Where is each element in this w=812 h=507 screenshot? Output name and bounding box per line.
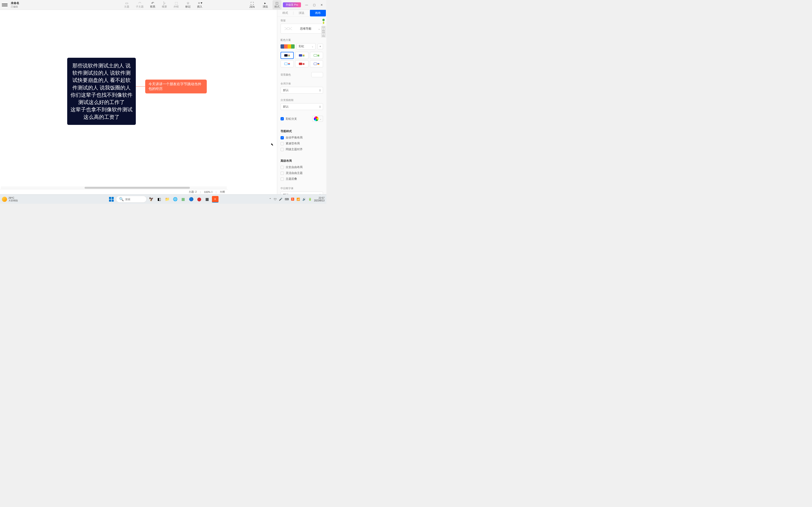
structure-selector[interactable]: 思维导图 ⌄: [281, 24, 323, 34]
preset-2[interactable]: [295, 52, 308, 59]
canvas-status-bar: 主题: 2 | 100% ▴▾ | 大纲: [0, 189, 228, 194]
subtopic-button[interactable]: ◠子主题: [133, 1, 147, 9]
svg-rect-0: [287, 28, 290, 30]
tray-app-icon[interactable]: 🛡: [274, 198, 276, 201]
wifi-icon[interactable]: 📶: [297, 198, 300, 201]
xmind-taskbar-icon[interactable]: X: [212, 196, 218, 203]
boundary-button[interactable]: ⬚外框: [170, 1, 182, 9]
chevron-down-icon: ⌄: [319, 118, 321, 120]
zoom-control[interactable]: 100% ▴▾: [204, 190, 212, 193]
task-app-2[interactable]: ◧: [156, 196, 163, 203]
rainbow-branch-section: ✓ 彩虹分支 ⌄: [277, 112, 326, 125]
tab-canvas[interactable]: 画布: [310, 10, 326, 16]
insert-button[interactable]: ＋▾插入: [194, 1, 206, 9]
topic-button[interactable]: ▭主题: [121, 1, 133, 9]
outline-toggle[interactable]: 大纲: [220, 190, 225, 194]
main-topic-node[interactable]: 那些说软件测试土的人 说软件测试拉的人 说软件测试快要崩盘的人 看不起软件测试的…: [67, 58, 136, 125]
zoom-stepper[interactable]: ▴▾: [211, 190, 212, 193]
compact-label: 紧凑型布局: [286, 142, 300, 146]
global-font-label: 全局字体: [281, 82, 323, 86]
branch-free-label: 分支自由布局: [286, 165, 303, 169]
taskbar-search[interactable]: 🔍: [116, 196, 147, 203]
branch-free-checkbox[interactable]: [281, 166, 284, 169]
svg-line-3: [290, 27, 292, 29]
record-icon[interactable]: ⬤: [196, 196, 203, 203]
weather-widget[interactable]: 29°C 大部晴朗: [2, 196, 18, 202]
cjk-font-selector[interactable]: 默认▴▾: [281, 191, 323, 194]
tray-chevron-icon[interactable]: ⌃: [269, 198, 271, 201]
preset-5[interactable]: [295, 60, 308, 67]
summary-icon: }◦: [163, 1, 166, 5]
play-icon: ▸: [264, 1, 266, 5]
present-button[interactable]: ▸演说: [259, 1, 271, 9]
topic-overlap-checkbox[interactable]: [281, 177, 284, 181]
summary-button[interactable]: }◦概要: [159, 1, 170, 9]
stepper-icon: ▴▾: [319, 105, 320, 108]
status-dot-green: [322, 19, 325, 21]
rainbow-branch-checkbox[interactable]: ✓: [281, 117, 284, 120]
svg-line-4: [290, 29, 292, 30]
scroll-thumb[interactable]: [85, 187, 190, 189]
maximize-button[interactable]: ▢: [312, 3, 316, 7]
global-font-selector[interactable]: 默认▴▾: [281, 87, 323, 94]
same-level-align-checkbox[interactable]: [281, 148, 284, 151]
preset-3[interactable]: [310, 52, 323, 59]
hamburger-menu[interactable]: [2, 2, 7, 8]
structure-section: 骨架 思维导图 ⌄: [277, 16, 326, 36]
flexible-free-checkbox[interactable]: [281, 172, 284, 175]
compact-checkbox[interactable]: [281, 142, 284, 145]
tray-input-icon[interactable]: ⌨: [285, 198, 289, 201]
preset-6[interactable]: [310, 60, 323, 67]
ime-icon[interactable]: S: [291, 198, 294, 201]
preset-1[interactable]: [281, 52, 294, 59]
panel-icon: ◫: [275, 1, 278, 5]
node-connector: [136, 86, 145, 87]
structure-label: 骨架: [281, 19, 323, 22]
task-app-1[interactable]: 🦅: [148, 196, 155, 203]
auto-balance-label: 自动平衡布局: [286, 136, 303, 139]
scheme-preview: [281, 44, 295, 49]
bg-color-label: 背景颜色: [281, 73, 291, 76]
relation-button[interactable]: ↶联系: [147, 1, 159, 9]
tab-style[interactable]: 样式: [277, 10, 293, 16]
mindmap-canvas[interactable]: 那些说软件测试土的人 说软件测试拉的人 说软件测试快要崩盘的人 看不起软件测试的…: [0, 10, 277, 194]
format-button[interactable]: ◫格式: [272, 0, 282, 9]
preset-4[interactable]: [281, 60, 294, 67]
map-style-title: 导图样式: [281, 129, 323, 133]
edge-browser-icon[interactable]: 🌐: [172, 196, 179, 203]
color-scheme-selector[interactable]: 彩虹⌄: [297, 43, 315, 50]
horizontal-scrollbar[interactable]: [1, 186, 227, 189]
volume-icon[interactable]: 🔊: [302, 198, 306, 201]
rainbow-branch-label: 彩虹分支: [286, 117, 297, 121]
branch-width-selector[interactable]: 默认▴▾: [281, 103, 323, 110]
add-scheme-button[interactable]: ＋: [317, 44, 323, 49]
close-button[interactable]: ✕: [320, 3, 323, 7]
upgrade-button[interactable]: 升级至 Pro: [283, 2, 301, 7]
insert-icon: ＋▾: [197, 1, 202, 5]
topic-overlap-label: 主题层叠: [286, 177, 297, 181]
color-scheme-label: 配色方案: [281, 38, 323, 42]
task-app-purple[interactable]: ▦: [204, 196, 210, 203]
topic-count-label: 主题: 2: [189, 190, 197, 194]
battery-icon[interactable]: 🔋: [308, 198, 312, 201]
svg-line-2: [285, 29, 287, 30]
child-topic-node[interactable]: 今天讲讲一个朋友在字节跳动当外包的经历: [145, 79, 207, 94]
rainbow-color-picker[interactable]: ⌄: [312, 116, 323, 122]
taskbar-clock[interactable]: 22:57 2023/8/13: [314, 197, 325, 202]
status-separator: |: [200, 190, 201, 193]
tray-mic-icon[interactable]: 🎤: [279, 198, 283, 201]
tab-present[interactable]: 演说: [294, 10, 309, 16]
auto-balance-checkbox[interactable]: ✓: [281, 136, 284, 139]
task-app-green[interactable]: ▦: [180, 196, 187, 203]
search-input[interactable]: [125, 198, 144, 201]
zen-button[interactable]: ⛶ZEN: [246, 1, 258, 9]
file-explorer-icon[interactable]: 📁: [164, 196, 170, 203]
start-button[interactable]: [108, 196, 115, 203]
chrome-icon[interactable]: 🔵: [188, 196, 195, 203]
color-scheme-section: 配色方案 彩虹⌄ ＋: [277, 36, 326, 70]
bg-color-picker[interactable]: [311, 72, 323, 77]
marker-button[interactable]: ☆标记: [182, 1, 194, 9]
global-font-section: 全局字体 默认▴▾: [277, 79, 326, 96]
minimize-button[interactable]: —: [305, 3, 308, 7]
map-style-section: 导图样式 ✓自动平衡布局 紧凑型布局 同级主题对齐: [277, 125, 326, 155]
